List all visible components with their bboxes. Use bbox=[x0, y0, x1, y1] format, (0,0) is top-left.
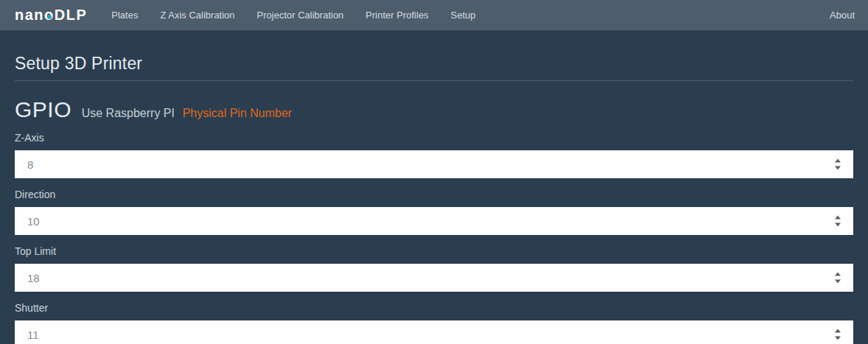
logo-text-post: DLP bbox=[55, 0, 88, 30]
nav-item-printer-profiles[interactable]: Printer Profiles bbox=[354, 0, 439, 30]
shutter-number-stepper[interactable] bbox=[835, 329, 841, 340]
stepper-up-icon[interactable] bbox=[835, 329, 841, 333]
z-axis-input[interactable] bbox=[15, 150, 853, 178]
stepper-up-icon[interactable] bbox=[835, 159, 841, 163]
direction-number-stepper[interactable] bbox=[835, 216, 841, 227]
gpio-section-heading: GPIO Use Raspberry PI Physical Pin Numbe… bbox=[15, 97, 853, 122]
gpio-subheading-text: Use Raspberry PI bbox=[82, 107, 175, 119]
field-group-top-limit: Top Limit bbox=[15, 245, 853, 292]
stepper-up-icon[interactable] bbox=[835, 273, 841, 276]
top-limit-input[interactable] bbox=[15, 264, 853, 292]
physical-pin-number-link[interactable]: Physical Pin Number bbox=[183, 107, 293, 119]
logo-text-pre: nan bbox=[15, 0, 44, 30]
stepper-down-icon[interactable] bbox=[835, 223, 841, 227]
nav-item-z-axis-calibration[interactable]: Z Axis Calibration bbox=[149, 0, 245, 30]
logo-o-dot-icon: o bbox=[44, 0, 55, 30]
z-axis-number-stepper[interactable] bbox=[835, 159, 841, 170]
stepper-down-icon[interactable] bbox=[835, 280, 841, 284]
field-group-shutter: Shutter bbox=[15, 302, 853, 344]
page-content: Setup 3D Printer GPIO Use Raspberry PI P… bbox=[0, 54, 868, 344]
nav-item-about[interactable]: About bbox=[816, 0, 868, 30]
nanodlp-logo[interactable]: nanoDLP bbox=[0, 0, 100, 30]
top-navbar: nanoDLP Plates Z Axis Calibration Projec… bbox=[0, 0, 868, 30]
shutter-input-wrap bbox=[15, 320, 853, 344]
page-title: Setup 3D Printer bbox=[15, 54, 853, 81]
field-group-z-axis: Z-Axis bbox=[15, 132, 853, 178]
z-axis-label: Z-Axis bbox=[15, 132, 853, 144]
direction-input-wrap bbox=[15, 207, 853, 235]
nav-item-projector-calibration[interactable]: Projector Calibration bbox=[246, 0, 355, 30]
field-group-direction: Direction bbox=[15, 189, 853, 235]
gpio-heading-text: GPIO bbox=[15, 97, 71, 122]
z-axis-input-wrap bbox=[15, 150, 853, 178]
stepper-down-icon[interactable] bbox=[835, 166, 841, 170]
direction-input[interactable] bbox=[15, 207, 853, 235]
top-limit-input-wrap bbox=[15, 264, 853, 292]
direction-label: Direction bbox=[15, 189, 853, 200]
shutter-label: Shutter bbox=[15, 302, 853, 314]
main-nav: Plates Z Axis Calibration Projector Cali… bbox=[100, 0, 486, 30]
shutter-input[interactable] bbox=[15, 320, 853, 344]
nav-item-plates[interactable]: Plates bbox=[100, 0, 149, 30]
stepper-up-icon[interactable] bbox=[835, 216, 841, 220]
stepper-down-icon[interactable] bbox=[835, 337, 841, 340]
top-limit-label: Top Limit bbox=[15, 245, 853, 257]
top-limit-number-stepper[interactable] bbox=[835, 273, 841, 284]
nav-item-setup[interactable]: Setup bbox=[440, 0, 487, 30]
